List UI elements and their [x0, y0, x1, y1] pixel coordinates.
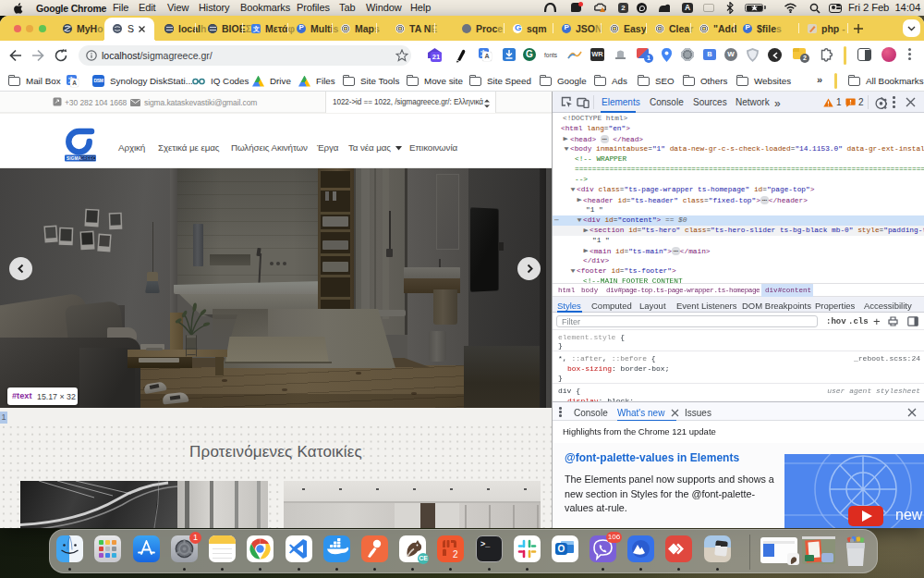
svg-text:GREECE: GREECE — [80, 156, 96, 161]
svg-text:2: 2 — [453, 549, 458, 560]
